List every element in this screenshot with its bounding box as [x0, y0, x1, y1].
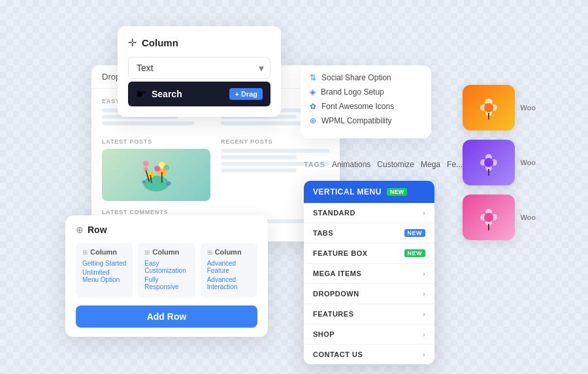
- chevron-right-icon: ›: [423, 311, 425, 318]
- vm-item-featurebox[interactable]: FEATURE BOX NEW: [304, 243, 434, 264]
- card-row-2: Woo: [463, 140, 536, 185]
- cards-column: Woo Woo Woo: [463, 85, 536, 240]
- col-link-1-1[interactable]: Getting Started: [82, 260, 126, 267]
- vm-tabs-badge: NEW: [404, 229, 426, 237]
- vm-header: VERTICAL MENU NEW: [304, 181, 434, 203]
- row-move-icon: ⊕: [76, 225, 84, 235]
- search-label: Search: [152, 89, 229, 99]
- placeholder-line: [221, 155, 297, 159]
- vm-item-dropdown[interactable]: DROPDOWN ›: [304, 284, 434, 304]
- chevron-right-icon: ›: [423, 270, 425, 277]
- features-panel: ⇅ Social Share Option ◈ Brand Logo Setup…: [301, 65, 431, 138]
- column-icon-1: ⊞: [82, 249, 88, 256]
- col-card-header-2: ⊞ Column: [144, 248, 188, 256]
- feature-item-3: ✿ Font Awesome Icons: [310, 102, 422, 111]
- svg-point-23: [484, 158, 493, 167]
- card-row-1: Woo: [463, 85, 536, 131]
- vm-item-dropdown-label: DROPDOWN: [313, 290, 359, 298]
- chevron-right-icon: ›: [423, 210, 425, 217]
- drag-badge: + Drag: [229, 88, 263, 100]
- row-panel: ⊕ Row ⊞ Column Getting Started Unlimited…: [65, 215, 268, 337]
- tags-label: TAGS: [304, 161, 325, 168]
- chevron-right-icon: ›: [423, 331, 425, 338]
- column-select-wrap: Text Search Image ▾: [128, 57, 270, 79]
- tag-customize[interactable]: Customize: [377, 160, 414, 169]
- search-row[interactable]: ☛ Search + Drag: [128, 82, 270, 106]
- vm-item-contactus-label: CONTACT US: [313, 351, 363, 358]
- feature-label-2: Brand Logo Setup: [321, 87, 384, 97]
- card-row-3: Woo: [463, 195, 536, 240]
- latest-posts-section: LATEST POSTS: [102, 138, 210, 201]
- vertical-menu-popup: VERTICAL MENU NEW STANDARD › TABS NEW FE…: [304, 181, 434, 364]
- woo-label-2: Woo: [520, 159, 536, 166]
- svg-point-17: [484, 103, 493, 112]
- placeholder-line: [221, 149, 329, 153]
- column-icon-3: ⊞: [207, 249, 212, 256]
- col-card-3: ⊞ Column Advanced Feature Advanced Inter…: [201, 243, 257, 298]
- card-orange: [463, 85, 515, 131]
- tag-features[interactable]: Fe...: [447, 160, 463, 169]
- col-name-1: Column: [90, 248, 117, 256]
- col-link-2-2[interactable]: Fully Responsive: [144, 276, 188, 290]
- share-icon: ⇅: [310, 73, 316, 82]
- col-link-1-2[interactable]: Unlimited Menu Option: [82, 269, 126, 283]
- svg-point-11: [167, 181, 171, 186]
- vm-new-badge: NEW: [387, 188, 407, 196]
- woo-label-3: Woo: [520, 213, 536, 221]
- row-header: ⊕ Row: [76, 225, 257, 235]
- vm-item-standard[interactable]: STANDARD ›: [304, 203, 434, 223]
- placeholder-line: [221, 121, 313, 125]
- vm-item-megaitems-label: MEGA ITEMS: [313, 270, 361, 277]
- feature-item-2: ◈ Brand Logo Setup: [310, 87, 422, 97]
- vm-item-shop-label: SHOP: [313, 330, 335, 338]
- feature-label-1: Social Share Option: [321, 73, 391, 82]
- card-pink: [463, 195, 515, 240]
- tags-bar: TAGS Animations Customize Mega Fe...: [304, 160, 454, 174]
- col-card-header-1: ⊞ Column: [82, 248, 126, 256]
- column-icon-2: ⊞: [144, 249, 150, 256]
- vm-featurebox-badge: NEW: [404, 249, 426, 257]
- tags-panel: TAGS Animations Customize Mega Fe... VER…: [304, 160, 454, 364]
- column-panel-title: Column: [142, 37, 178, 48]
- vm-item-featurebox-label: FEATURE BOX: [313, 249, 368, 257]
- col-name-2: Column: [152, 248, 179, 256]
- svg-point-3: [154, 166, 160, 172]
- column-panel: ✛ Column Text Search Image ▾ ☛ Search + …: [118, 26, 281, 117]
- svg-point-29: [484, 213, 493, 222]
- vm-item-tabs-label: TABS: [313, 229, 333, 237]
- tag-mega[interactable]: Mega: [421, 160, 440, 169]
- col-card-1: ⊞ Column Getting Started Unlimited Menu …: [76, 243, 133, 298]
- feature-item-4: ⊕ WPML Compatibility: [310, 116, 422, 125]
- vm-item-shop[interactable]: SHOP ›: [304, 324, 434, 345]
- col-card-header-3: ⊞ Column: [207, 248, 251, 256]
- feature-label-3: Font Awesome Icons: [321, 102, 394, 111]
- chevron-right-icon: ›: [423, 351, 425, 358]
- column-panel-header: ✛ Column: [128, 37, 270, 49]
- hand-cursor-icon: ☛: [136, 87, 146, 101]
- col-link-3-1[interactable]: Advanced Feature: [207, 260, 251, 274]
- vm-item-tabs[interactable]: TABS NEW: [304, 223, 434, 243]
- woo-label-1: Woo: [520, 104, 536, 112]
- placeholder-line: [221, 168, 297, 172]
- card-purple: [463, 140, 515, 185]
- column-type-select[interactable]: Text Search Image: [128, 57, 270, 79]
- posts-section: LATEST POSTS: [102, 138, 329, 201]
- font-icon: ✿: [310, 102, 316, 111]
- col-card-2: ⊞ Column Easy Customization Fully Respon…: [138, 243, 195, 298]
- svg-point-4: [163, 164, 169, 170]
- add-row-button[interactable]: Add Row: [76, 305, 257, 328]
- placeholder-line: [102, 121, 194, 125]
- wpml-icon: ⊕: [310, 116, 316, 125]
- vm-item-features-label: FEATURES: [313, 310, 353, 318]
- recent-posts-title: RECENT POSTS: [221, 138, 329, 145]
- vm-item-contactus[interactable]: CONTACT US ›: [304, 345, 434, 364]
- tag-animations[interactable]: Animations: [332, 160, 370, 169]
- svg-point-8: [143, 161, 149, 166]
- vm-item-standard-label: STANDARD: [313, 209, 355, 217]
- svg-point-12: [142, 180, 145, 183]
- post-image: [102, 149, 210, 201]
- col-link-2-1[interactable]: Easy Customization: [144, 260, 188, 274]
- col-link-3-2[interactable]: Advanced Interaction: [207, 276, 251, 290]
- vm-item-features[interactable]: FEATURES ›: [304, 304, 434, 324]
- vm-item-megaitems[interactable]: MEGA ITEMS ›: [304, 264, 434, 284]
